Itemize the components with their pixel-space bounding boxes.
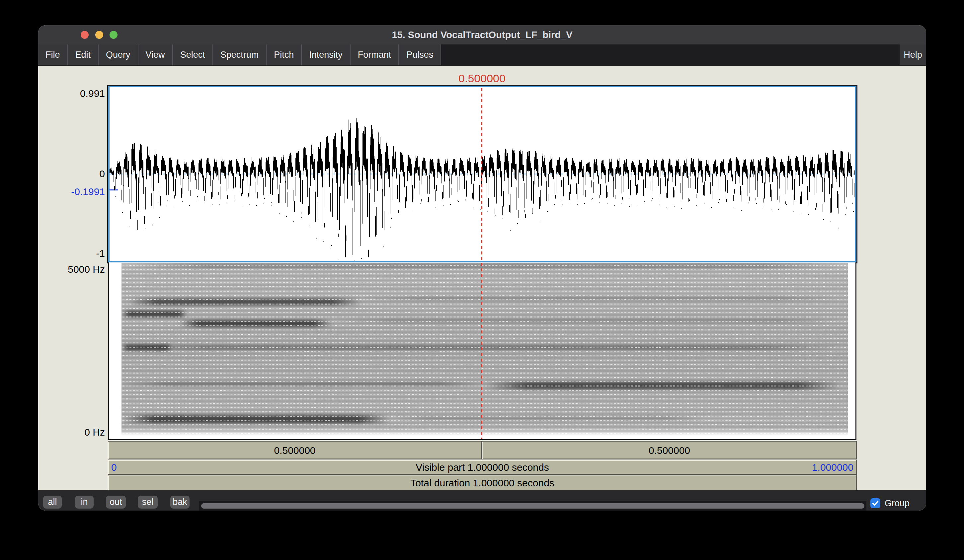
praat-sound-editor-window: 15. Sound VocalTractOutput_LF_bird_V Fil… — [38, 25, 926, 511]
left-part-duration: 0.500000 — [274, 445, 315, 456]
time-scrollbar-thumb[interactable] — [201, 503, 865, 508]
play-right-part-bar[interactable]: 0.500000 — [482, 442, 857, 459]
play-left-part-bar[interactable]: 0.500000 — [108, 442, 481, 459]
nav-button-sel[interactable]: sel — [138, 496, 158, 508]
spectrogram-inner — [122, 263, 848, 436]
menu-item-help[interactable]: Help — [900, 44, 926, 65]
menu-item-view[interactable]: View — [138, 44, 173, 65]
menubar: FileEditQueryViewSelectSpectrumPitchInte… — [38, 44, 926, 66]
nav-button-bak[interactable]: bak — [170, 496, 189, 508]
menu-item-select[interactable]: Select — [173, 44, 213, 65]
frequency-max-label: 5000 Hz — [38, 263, 105, 275]
total-duration-text: Total duration 1.000000 seconds — [410, 477, 554, 489]
menu-item-spectrum[interactable]: Spectrum — [213, 44, 267, 65]
waveform-canvas[interactable] — [109, 87, 855, 261]
window-title: 15. Sound VocalTractOutput_LF_bird_V — [38, 25, 926, 44]
visible-end-time: 1.000000 — [812, 461, 853, 474]
menu-item-file[interactable]: File — [38, 44, 68, 65]
frequency-min-label: 0 Hz — [38, 426, 105, 438]
amplitude-zero-label: 0 — [38, 168, 105, 180]
menu-item-query[interactable]: Query — [99, 44, 138, 65]
spectrogram-canvas[interactable] — [122, 263, 848, 436]
menu-item-formant[interactable]: Formant — [350, 44, 399, 65]
time-scrollbar-track[interactable] — [199, 501, 866, 511]
desktop-background: 15. Sound VocalTractOutput_LF_bird_V Fil… — [0, 0, 964, 560]
titlebar[interactable]: 15. Sound VocalTractOutput_LF_bird_V — [38, 25, 926, 44]
menu-items: FileEditQueryViewSelectSpectrumPitchInte… — [38, 44, 441, 65]
visible-start-time: 0 — [111, 461, 117, 474]
play-total-duration-bar[interactable]: Total duration 1.000000 seconds — [108, 476, 857, 490]
group-checkbox[interactable] — [870, 498, 880, 508]
amplitude-min-label: -1 — [38, 247, 105, 260]
time-cursor-line[interactable] — [481, 88, 482, 439]
group-checkbox-label: Group — [885, 498, 910, 508]
checkmark-icon — [871, 499, 879, 507]
amplitude-max-label: 0.991 — [38, 88, 105, 99]
amplitude-at-cursor-label: -0.1991 — [38, 186, 105, 198]
cursor-time-label: 0.500000 — [449, 72, 515, 85]
nav-button-all[interactable]: all — [43, 496, 62, 508]
nav-button-out[interactable]: out — [106, 496, 126, 508]
menu-item-pulses[interactable]: Pulses — [399, 44, 441, 65]
menu-item-pitch[interactable]: Pitch — [267, 44, 302, 65]
menu-item-intensity[interactable]: Intensity — [302, 44, 350, 65]
spectrogram-panel[interactable] — [108, 263, 857, 440]
bottom-control-strip: allinoutselbak Group — [38, 490, 926, 511]
visible-part-text: Visible part 1.000000 seconds — [415, 462, 549, 473]
waveform-panel[interactable] — [108, 86, 857, 263]
play-visible-part-bar[interactable]: 0 Visible part 1.000000 seconds 1.000000 — [108, 460, 857, 474]
nav-button-in[interactable]: in — [75, 496, 94, 508]
right-part-duration: 0.500000 — [649, 445, 690, 456]
menu-item-edit[interactable]: Edit — [68, 44, 99, 65]
